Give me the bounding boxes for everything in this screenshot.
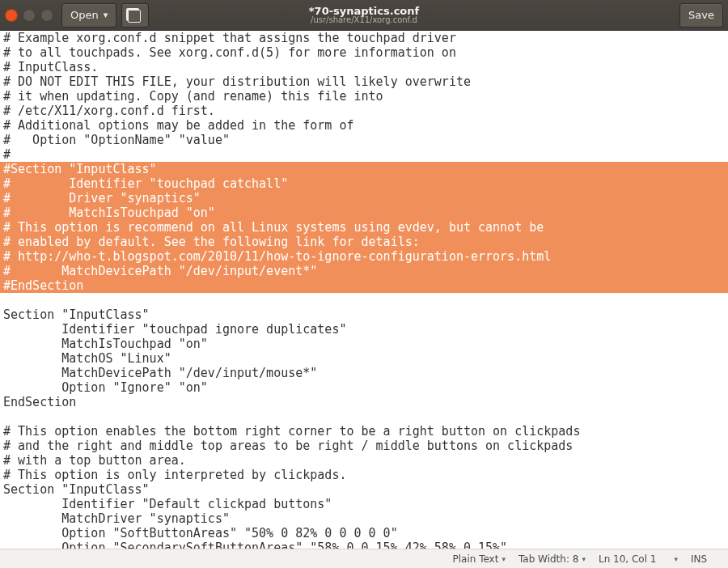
editor-line[interactable]: # This option enables the bottom right c… bbox=[0, 424, 728, 439]
statusbar: Plain Text ▾ Tab Width: 8 ▾ Ln 10, Col 1… bbox=[0, 549, 728, 568]
editor-line-selected[interactable]: # http://who-t.blogspot.com/2010/11/how-… bbox=[0, 249, 728, 264]
save-button-label: Save bbox=[688, 9, 714, 21]
editor-line[interactable]: # bbox=[0, 147, 728, 162]
minimize-icon[interactable] bbox=[23, 9, 36, 22]
chevron-down-icon: ▾ bbox=[674, 555, 678, 563]
insert-mode-indicator[interactable]: INS bbox=[691, 553, 720, 565]
editor-line[interactable] bbox=[0, 293, 728, 307]
chevron-down-icon: ▾ bbox=[104, 10, 108, 20]
maximize-icon[interactable] bbox=[40, 9, 53, 22]
editor-line-selected[interactable]: # MatchIsTouchpad "on" bbox=[0, 206, 728, 220]
new-tab-button[interactable] bbox=[121, 3, 149, 28]
highlight-mode-label: Plain Text bbox=[452, 553, 498, 565]
document-title: *70-synaptics.conf bbox=[309, 6, 419, 16]
editor-line[interactable]: # Option "OptionName" "value" bbox=[0, 133, 728, 147]
chevron-down-icon: ▾ bbox=[582, 555, 586, 563]
editor-line[interactable]: # Additional options may be added in the… bbox=[0, 118, 728, 133]
title-area: *70-synaptics.conf /usr/share/X11/xorg.c… bbox=[309, 0, 419, 30]
cursor-position-label: Ln 10, Col 1 bbox=[599, 553, 657, 565]
editor-line[interactable]: MatchDevicePath "/dev/input/mouse*" bbox=[0, 366, 728, 380]
editor-line-selected[interactable]: # MatchDevicePath "/dev/input/event*" bbox=[0, 264, 728, 278]
insert-mode-label: INS bbox=[691, 553, 707, 565]
editor-line[interactable]: # to all touchpads. See xorg.conf.d(5) f… bbox=[0, 45, 728, 60]
editor-line[interactable]: # This option is only interpreted by cli… bbox=[0, 468, 728, 482]
close-icon[interactable] bbox=[5, 9, 18, 22]
editor-line[interactable]: MatchDriver "synaptics" bbox=[0, 511, 728, 526]
editor-line[interactable]: Identifier "touchpad ignore duplicates" bbox=[0, 322, 728, 337]
editor-line[interactable]: MatchOS "Linux" bbox=[0, 351, 728, 366]
editor-line[interactable]: EndSection bbox=[0, 395, 728, 409]
editor-line-selected[interactable]: # This option is recommend on all Linux … bbox=[0, 220, 728, 235]
tab-width-label: Tab Width: 8 bbox=[518, 553, 578, 565]
editor-line-selected[interactable]: # Identifier "touchpad catchall" bbox=[0, 176, 728, 191]
editor-line[interactable]: Section "InputClass" bbox=[0, 307, 728, 322]
open-button-label: Open bbox=[70, 9, 99, 21]
editor-line[interactable]: MatchIsTouchpad "on" bbox=[0, 337, 728, 351]
editor-line-selected[interactable]: #EndSection bbox=[0, 278, 728, 293]
editor-line-selected[interactable]: # Driver "synaptics" bbox=[0, 191, 728, 206]
new-document-icon bbox=[128, 10, 141, 23]
editor-line[interactable]: # DO NOT EDIT THIS FILE, your distributi… bbox=[0, 74, 728, 89]
open-button[interactable]: Open ▾ bbox=[61, 3, 116, 28]
editor-line[interactable]: Option "Ignore" "on" bbox=[0, 380, 728, 395]
editor-line[interactable]: # with a top button area. bbox=[0, 453, 728, 468]
editor-line[interactable]: # it when updating. Copy (and rename) th… bbox=[0, 89, 728, 104]
editor-line-selected[interactable]: # enabled by default. See the following … bbox=[0, 235, 728, 249]
editor-line[interactable]: # and the right and middle top areas to … bbox=[0, 439, 728, 453]
chevron-down-icon: ▾ bbox=[502, 555, 506, 563]
editor-line[interactable]: Section "InputClass" bbox=[0, 482, 728, 497]
editor-line[interactable]: Option "SecondarySoftButtonAreas" "58% 0… bbox=[0, 540, 728, 549]
editor-line[interactable]: # InputClass. bbox=[0, 60, 728, 74]
headerbar: Open ▾ *70-synaptics.conf /usr/share/X11… bbox=[0, 0, 728, 31]
editor-content[interactable]: # Example xorg.conf.d snippet that assig… bbox=[0, 31, 728, 549]
editor-line[interactable]: # Example xorg.conf.d snippet that assig… bbox=[0, 31, 728, 45]
editor-line[interactable] bbox=[0, 409, 728, 424]
editor-line[interactable]: Identifier "Default clickpad buttons" bbox=[0, 497, 728, 511]
editor-line-selected[interactable]: #Section "InputClass" bbox=[0, 162, 728, 176]
editor-line[interactable]: Option "SoftButtonAreas" "50% 0 82% 0 0 … bbox=[0, 526, 728, 540]
document-path: /usr/share/X11/xorg.conf.d bbox=[311, 16, 417, 24]
save-button[interactable]: Save bbox=[679, 3, 723, 28]
text-editor[interactable]: # Example xorg.conf.d snippet that assig… bbox=[0, 31, 728, 549]
editor-window: Open ▾ *70-synaptics.conf /usr/share/X11… bbox=[0, 0, 728, 568]
cursor-position[interactable]: Ln 10, Col 1 ▾ bbox=[599, 553, 678, 565]
tab-width-selector[interactable]: Tab Width: 8 ▾ bbox=[518, 553, 586, 565]
window-controls bbox=[5, 9, 53, 22]
highlight-mode-selector[interactable]: Plain Text ▾ bbox=[452, 553, 505, 565]
editor-line[interactable]: # /etc/X11/xorg.conf.d first. bbox=[0, 104, 728, 118]
